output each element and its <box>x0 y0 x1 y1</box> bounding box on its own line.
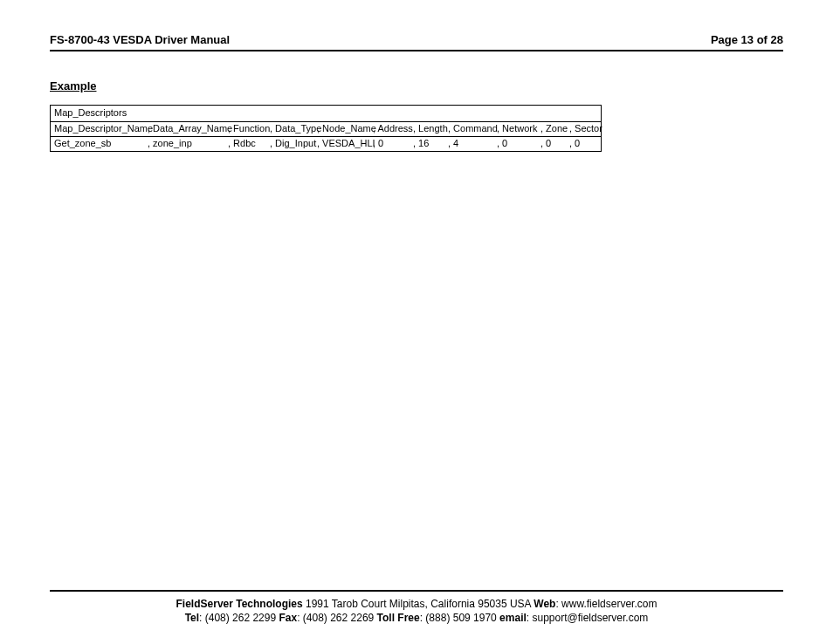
col-header: , Sector <box>569 122 599 136</box>
cell: , zone_inp <box>148 137 228 151</box>
col-header: , Zone <box>540 122 569 136</box>
cell: , 0 <box>540 137 569 151</box>
section-heading: Example <box>50 79 783 92</box>
page-footer: FieldServer Technologies 1991 Tarob Cour… <box>50 590 783 625</box>
cell: , 0 <box>497 137 540 151</box>
footer-line-1: FieldServer Technologies 1991 Tarob Cour… <box>50 597 783 611</box>
table-row: Get_zone_sb , zone_inp , Rdbc , Dig_Inpu… <box>51 137 601 151</box>
footer-fax-label: Fax <box>279 612 297 624</box>
table-header-row: Map_Descriptor_Name , Data_Array_Name , … <box>51 122 601 137</box>
footer-web-value: : www.fieldserver.com <box>555 598 657 610</box>
cell: , 0 <box>569 137 599 151</box>
cell: , Rdbc <box>228 137 270 151</box>
footer-tel-value: : (408) 262 2299 <box>199 612 279 624</box>
footer-line-2: Tel: (408) 262 2299 Fax: (408) 262 2269 … <box>50 611 783 625</box>
footer-fax-value: : (408) 262 2269 <box>297 612 376 624</box>
col-header: , Node_Name <box>317 122 373 136</box>
cell: , Dig_Input <box>270 137 317 151</box>
footer-web-label: Web <box>534 598 555 610</box>
col-header: , Command <box>448 122 497 136</box>
col-header: , Address <box>373 122 413 136</box>
col-header: , Data_Array_Name <box>148 122 228 136</box>
cell: Get_zone_sb <box>51 137 148 151</box>
footer-tollfree-label: Toll Free <box>377 612 420 624</box>
cell: , 0 <box>373 137 413 151</box>
footer-tollfree-value: : (888) 509 1970 <box>420 612 499 624</box>
col-header: Map_Descriptor_Name <box>51 122 148 136</box>
col-header: , Length <box>413 122 448 136</box>
map-descriptors-table: Map_Descriptors Map_Descriptor_Name , Da… <box>50 105 602 152</box>
page-number: Page 13 of 28 <box>711 33 783 46</box>
col-header: , Data_Type <box>270 122 317 136</box>
footer-email-label: email <box>499 612 527 624</box>
footer-tel-label: Tel <box>185 612 199 624</box>
footer-address: 1991 Tarob Court Milpitas, California 95… <box>303 598 534 610</box>
doc-title: FS-8700-43 VESDA Driver Manual <box>50 33 230 46</box>
cell: , 4 <box>448 137 497 151</box>
footer-company: FieldServer Technologies <box>176 598 303 610</box>
page-header: FS-8700-43 VESDA Driver Manual Page 13 o… <box>50 33 783 51</box>
table-title: Map_Descriptors <box>51 106 601 122</box>
col-header: , Network <box>497 122 540 136</box>
document-page: FS-8700-43 VESDA Driver Manual Page 13 o… <box>0 0 833 644</box>
footer-email-value: : support@fieldserver.com <box>527 612 649 624</box>
cell: , 16 <box>413 137 448 151</box>
col-header: , Function <box>228 122 270 136</box>
cell: , VESDA_HLI <box>317 137 373 151</box>
